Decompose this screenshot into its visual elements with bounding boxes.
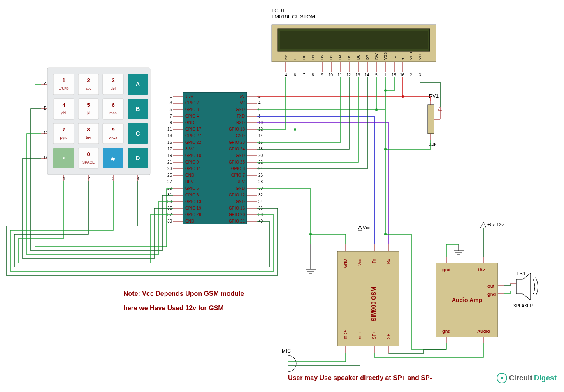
svg-text:abc: abc [86,86,92,90]
svg-rect-110 [183,92,247,224]
svg-rect-2 [280,31,428,49]
svg-text:GND: GND [185,173,194,178]
svg-text:27: 27 [167,180,172,184]
svg-text:C: C [44,131,47,135]
svg-text:GPIO 21: GPIO 21 [229,219,245,224]
svg-text:out: out [487,284,494,288]
lcd-ref: LCD1 [272,7,285,14]
svg-text:Digest: Digest [534,374,557,382]
svg-text:Rx: Rx [386,259,391,264]
svg-text:3.3V: 3.3V [185,147,194,151]
svg-text:gnd: gnd [442,267,450,272]
note-line2: here we Have Used 12v for GSM [123,304,224,311]
svg-text:RS: RS [284,54,288,60]
svg-text:4: 4 [258,101,261,105]
svg-text:4: 4 [137,176,139,181]
svg-text:3.3v: 3.3v [185,94,193,99]
svg-text:D5: D5 [347,55,351,60]
svg-text:GPIO 4: GPIO 4 [185,114,199,118]
svg-text:GPIO 12: GPIO 12 [229,193,245,197]
svg-text:C: C [136,130,140,137]
mcu-lcd-wires [257,77,440,244]
svg-text:D2: D2 [320,55,324,60]
svg-text:3: 3 [112,176,115,181]
svg-text:2: 2 [88,176,90,181]
svg-text:Audio: Audio [477,329,490,334]
svg-text:GPIO 23: GPIO 23 [229,140,245,145]
svg-text:28: 28 [258,180,263,184]
svg-text:5: 5 [375,73,378,77]
svg-text:1: 1 [62,77,65,83]
svg-text:GPIO 6: GPIO 6 [185,193,199,197]
svg-text:SIM900 GSM: SIM900 GSM [370,287,377,321]
svg-text:LS1: LS1 [516,270,526,277]
svg-text:GPIO 18: GPIO 18 [229,127,245,131]
svg-text:+5v-12v: +5v-12v [487,222,504,227]
svg-text:D7: D7 [365,55,369,60]
svg-text:SP-: SP- [386,332,391,339]
svg-text:GND: GND [236,134,245,138]
mic: MIC [282,348,296,372]
vcc-symbol: Vcc [358,225,371,244]
svg-text:0: 0 [87,151,90,157]
svg-text:4: 4 [285,73,287,77]
svg-text:RXD: RXD [236,120,245,125]
svg-text:13: 13 [355,73,360,77]
svg-text:D6: D6 [356,55,360,60]
svg-point-287 [384,89,387,92]
svg-text:15: 15 [392,73,397,77]
svg-text:26: 26 [258,173,263,178]
svg-text:D0: D0 [302,55,306,60]
svg-text:E: E [293,57,297,60]
svg-text:D1: D1 [311,55,315,60]
svg-text:B: B [136,105,140,112]
svg-text:mic+: mic+ [343,330,348,339]
svg-text:39: 39 [167,219,172,224]
svg-text:GPIO 24: GPIO 24 [229,147,245,151]
svg-point-293 [501,377,503,379]
svg-text:GND: GND [236,199,245,204]
svg-text:GPIO 2: GPIO 2 [185,101,199,105]
svg-text:MIC: MIC [282,348,291,354]
svg-text:GPIO 10: GPIO 10 [185,153,201,158]
svg-text:VDD: VDD [409,51,413,60]
v5-12-symbol: +5v-12v [480,222,504,257]
svg-text:13: 13 [167,134,172,138]
note-line1: Note: Vcc Depends Upon GSM module [123,290,244,297]
brand-logo: Circuit Digest [497,373,557,383]
svg-text:34: 34 [258,199,263,204]
svg-text:10k: 10k [429,142,436,147]
svg-text:A: A [44,81,47,86]
svg-text:TXD: TXD [237,114,245,118]
svg-text:D: D [136,154,140,161]
keypad: 1,.?:!% 2abc 3def A 4ghi 5jkl 6mno B 7pq… [41,68,150,181]
svg-text:GND: GND [236,107,245,112]
svg-text:8: 8 [87,127,90,133]
svg-text:3: 3 [169,101,172,105]
svg-text:16: 16 [400,73,405,77]
svg-text:GND: GND [236,153,245,158]
speaker: LS1 SPEAKER [510,270,538,308]
svg-text:3: 3 [111,77,114,83]
svg-text:GPIO 22: GPIO 22 [185,140,201,145]
svg-text:GPIO 17: GPIO 17 [185,127,201,131]
svg-text:GND: GND [185,219,194,224]
svg-text:17: 17 [167,147,172,151]
svg-text:2: 2 [410,73,412,77]
svg-text:GND: GND [236,186,245,191]
svg-text:1: 1 [384,73,387,77]
svg-text:A: A [136,81,140,88]
gsm-module: SIM900 GSM GND Vcc Tx Rx mic+ mic- SP+ S… [337,244,399,353]
svg-text:Vcc: Vcc [357,259,362,266]
svg-text:-L: -L [392,56,397,60]
svg-text:GPIO 5: GPIO 5 [185,186,199,191]
svg-text:5V: 5V [240,101,245,105]
svg-text:REV: REV [185,180,194,184]
svg-text:11: 11 [167,127,172,131]
svg-text:GPIO 13: GPIO 13 [185,199,201,204]
lcd-module: LCD1 LM016L CUSTOM RS E D0 D1 D2 D3 D4 D… [272,7,436,77]
svg-text:6: 6 [294,73,296,77]
svg-text:GPIO 20: GPIO 20 [229,212,245,217]
svg-text:VEE: VEE [418,52,422,60]
svg-text:GPIO 26: GPIO 26 [185,212,201,217]
